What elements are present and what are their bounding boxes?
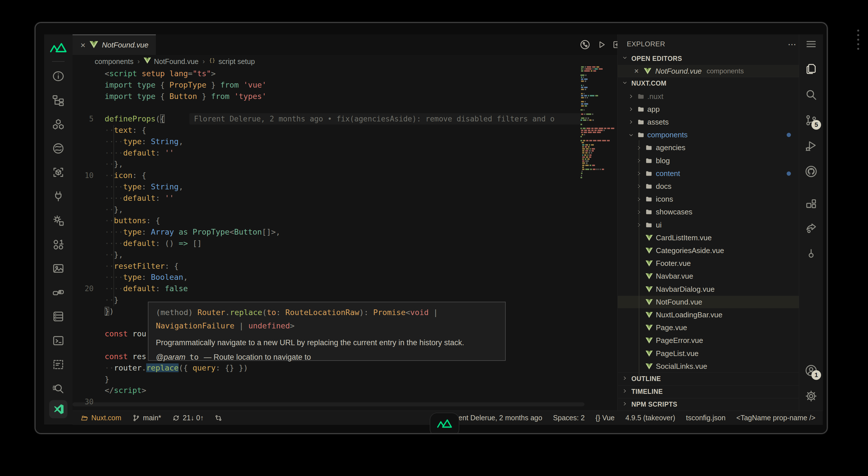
code-line-10[interactable]: 10··icon: { xyxy=(72,170,617,181)
terminal-icon[interactable] xyxy=(49,331,67,350)
breadcrumb-item-notfound.vue[interactable]: NotFound.vue xyxy=(144,57,198,66)
code-line-5[interactable]: 5defineProps({Florent Delerue, 2 months … xyxy=(72,113,617,125)
pages-tree-icon[interactable] xyxy=(49,91,67,109)
tree-item-components[interactable]: components xyxy=(618,129,799,141)
components-cube-icon[interactable] xyxy=(49,163,67,182)
section-timeline[interactable]: TIMELINE xyxy=(618,385,799,398)
tree-item-footer-vue[interactable]: Footer.vue xyxy=(618,257,799,270)
pin-icon[interactable] xyxy=(805,247,818,260)
code-line-9[interactable]: ··}, xyxy=(72,158,617,170)
tree-item-docs[interactable]: docs xyxy=(618,180,799,192)
tree-item-navbardialog-vue[interactable]: NavbarDialog.vue xyxy=(618,283,799,295)
code-line-3[interactable]: import type { Button } from 'types' xyxy=(72,91,617,102)
tree-item-assets[interactable]: assets xyxy=(618,116,799,128)
github-icon[interactable] xyxy=(805,165,818,178)
status-item--tagname-prop-name-[interactable]: <TagName prop-name /> xyxy=(736,414,815,422)
section-open-editors[interactable]: OPEN EDITORS xyxy=(618,52,799,65)
status-item-tsconfig-json[interactable]: tsconfig.json xyxy=(686,414,725,422)
tree-item-blog[interactable]: blog xyxy=(618,154,799,167)
status-item-4-9-5-takeover-[interactable]: 4.9.5 (takeover) xyxy=(625,414,675,422)
hooks-link-icon[interactable] xyxy=(49,284,67,302)
code-line-12[interactable]: ····default: '' xyxy=(72,192,617,204)
server-stack-icon[interactable] xyxy=(49,307,67,325)
code-line-18[interactable]: ··resetFilter: { xyxy=(72,260,617,272)
tree-item-agencies[interactable]: agencies xyxy=(618,141,799,154)
modules-icon[interactable] xyxy=(49,115,67,133)
status-item-nuxt-com[interactable]: Nuxt.com xyxy=(81,414,121,422)
section-npm-scripts[interactable]: NPM SCRIPTS xyxy=(618,398,799,411)
plugins-plug-icon[interactable] xyxy=(49,187,67,205)
code-line-11[interactable]: ····type: String, xyxy=(72,181,617,192)
virtual-files-icon[interactable] xyxy=(49,355,67,374)
code-line-7[interactable]: ····type: String, xyxy=(72,136,617,147)
status-item-spaces-2[interactable]: Spaces: 2 xyxy=(553,414,585,422)
tree-item-categoriesaside-vue[interactable]: CategoriesAside.vue xyxy=(618,244,799,257)
editor-layout-icon[interactable] xyxy=(805,198,818,211)
account-icon[interactable]: 1 xyxy=(805,364,818,377)
nitro-swirl-icon[interactable] xyxy=(49,139,67,158)
tab-notfound-vue[interactable]: × NotFound.vue xyxy=(72,34,156,55)
more-actions-icon[interactable]: ⋯ xyxy=(788,39,797,49)
timeline-icon[interactable] xyxy=(579,39,591,52)
close-tab-icon[interactable]: × xyxy=(81,41,86,50)
close-icon[interactable]: × xyxy=(634,67,639,76)
assets-image-icon[interactable] xyxy=(49,259,67,278)
minimap[interactable] xyxy=(581,66,616,180)
code-line-27[interactable]: ··router.replace({ query: {} }) xyxy=(72,362,617,374)
code-line-29[interactable]: </script> xyxy=(72,385,617,396)
inspect-search-icon[interactable] xyxy=(49,380,67,398)
code-line-2[interactable]: import type { PropType } from 'vue' xyxy=(72,80,617,91)
status-item-compare[interactable] xyxy=(214,414,222,422)
search-icon[interactable] xyxy=(805,88,818,101)
nuxt-logo-icon[interactable] xyxy=(49,38,67,57)
status-item--vue[interactable]: {} Vue xyxy=(595,414,615,422)
tree-item-icons[interactable]: icons xyxy=(618,193,799,205)
menu-icon[interactable] xyxy=(805,38,817,50)
explorer-files-icon[interactable] xyxy=(805,63,818,76)
tree-item-pageerror-vue[interactable]: PageError.vue xyxy=(618,335,799,347)
code-line-13[interactable]: ··}, xyxy=(72,204,617,215)
tree-item-content[interactable]: content xyxy=(618,167,799,180)
section-project[interactable]: NUXT.COM xyxy=(618,77,799,90)
vscode-icon[interactable] xyxy=(49,400,67,418)
run-debug-icon[interactable] xyxy=(805,139,818,152)
code-line-6[interactable]: ··text: { xyxy=(72,125,617,136)
code-line-19[interactable]: ····type: Boolean, xyxy=(72,272,617,283)
status-item-main-[interactable]: main* xyxy=(132,414,161,422)
info-icon[interactable] xyxy=(49,67,67,85)
code-line-1[interactable]: <script setup lang="ts"> xyxy=(72,68,617,80)
code-line-15[interactable]: ····type: Array as PropType<Button[]>, xyxy=(72,226,617,238)
run-icon[interactable] xyxy=(597,40,606,51)
editor-horizontal-scrollbar[interactable] xyxy=(72,402,584,406)
code-line-8[interactable]: ····default: '' xyxy=(72,147,617,159)
share-icon[interactable] xyxy=(805,222,818,235)
breadcrumb-item-script-setup[interactable]: script setup xyxy=(209,57,255,66)
nuxt-devtools-badge[interactable] xyxy=(430,413,459,434)
tree-item-page-vue[interactable]: Page.vue xyxy=(618,322,799,334)
code-line-20[interactable]: 20····default: false xyxy=(72,283,617,294)
source-control-icon[interactable]: 5 xyxy=(805,114,818,127)
tree-item-pagelist-vue[interactable]: PageList.vue xyxy=(618,347,799,360)
binary-icon[interactable] xyxy=(49,235,67,254)
open-editor-notfound[interactable]: ×NotFound.vuecomponents xyxy=(618,65,799,77)
tree-item-ui[interactable]: ui xyxy=(618,219,799,231)
code-line-14[interactable]: ··buttons: { xyxy=(72,215,617,226)
code-line-4[interactable] xyxy=(72,102,617,113)
code-line-17[interactable]: ··}, xyxy=(72,249,617,260)
code-line-28[interactable]: } xyxy=(72,374,617,385)
code-line-16[interactable]: ····default: () => [] xyxy=(72,238,617,249)
settings-sub-icon[interactable] xyxy=(49,211,67,229)
breadcrumb[interactable]: components›NotFound.vue›script setup xyxy=(72,55,640,68)
tree-item-app[interactable]: app xyxy=(618,103,799,116)
tree-item--nuxt[interactable]: .nuxt xyxy=(618,90,799,103)
tree-item-cardlistitem-vue[interactable]: CardListItem.vue xyxy=(618,231,799,244)
tree-item-showcases[interactable]: showcases xyxy=(618,206,799,218)
tree-item-sociallinks-vue[interactable]: SocialLinks.vue xyxy=(618,360,799,373)
status-item-21-0-[interactable]: 21↓ 0↑ xyxy=(172,414,204,422)
tree-item-nuxtloadingbar-vue[interactable]: NuxtLoadingBar.vue xyxy=(618,309,799,321)
breadcrumb-item-components[interactable]: components xyxy=(95,58,133,66)
section-outline[interactable]: OUTLINE xyxy=(618,373,799,385)
tree-item-navbar-vue[interactable]: Navbar.vue xyxy=(618,270,799,283)
tree-item-notfound-vue[interactable]: NotFound.vue xyxy=(618,296,799,308)
settings-icon[interactable] xyxy=(805,389,818,403)
